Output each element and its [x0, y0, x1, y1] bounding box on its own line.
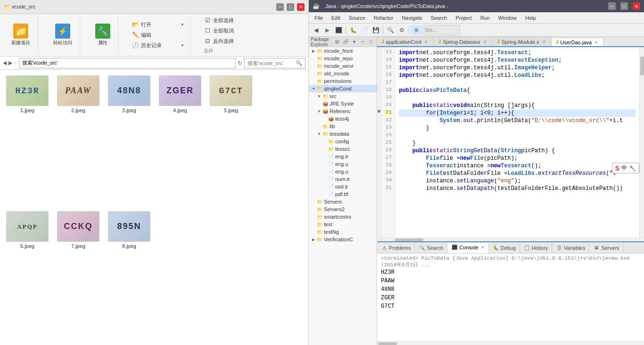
nav-maximize-btn[interactable]: □: [367, 38, 375, 46]
address-up-btn[interactable]: ↑: [14, 60, 17, 66]
tree-item-num[interactable]: 📄 num.tr: [309, 175, 377, 183]
tree-item-mcode-servi[interactable]: 📁 mcode_servi: [309, 62, 377, 70]
invert-select-btn[interactable]: ⊡ 反向选择: [202, 36, 258, 46]
tree-item-servers2[interactable]: 📁 Servers2: [309, 205, 377, 213]
maximize-btn[interactable]: □: [287, 3, 294, 11]
open-btn[interactable]: 📂 打开 ▼: [130, 20, 186, 29]
minimize-btn[interactable]: ─: [276, 3, 284, 11]
file-item-2[interactable]: PAAW 2.jpeg: [55, 74, 102, 205]
toolbar-run-btn[interactable]: ▶: [322, 25, 332, 35]
tab-problems[interactable]: ⚠ Problems: [377, 243, 415, 253]
tab-debug[interactable]: 🐛 Debug: [489, 243, 520, 253]
tree-item-tessdata[interactable]: ▼ 📁 tessdata: [309, 130, 377, 138]
history-btn[interactable]: 🕐 历史记录 ▼: [130, 41, 186, 50]
tree-item-tess4j[interactable]: 📦 tess4j: [309, 115, 377, 123]
ime-indicator[interactable]: S 中 🔧: [612, 163, 639, 173]
ime-settings[interactable]: 🔧: [629, 165, 636, 172]
menu-source[interactable]: Source: [345, 14, 369, 22]
file-item-6[interactable]: APQP 6.jpeg: [4, 209, 51, 341]
bottom-scrollbar[interactable]: [377, 341, 644, 345]
nav-minimize-btn[interactable]: ─: [359, 38, 366, 46]
scroll-thumb[interactable]: [640, 57, 644, 75]
toolbar-search-btn[interactable]: 🔍: [385, 25, 396, 35]
search-input[interactable]: [248, 60, 296, 66]
tree-item-pdf[interactable]: 📄 pdf.ttf: [309, 190, 377, 198]
toolbar-debug-btn[interactable]: 🐛: [348, 25, 358, 35]
tab-spring-datasour[interactable]: J Spring-Datasour ✕: [434, 37, 492, 46]
editor-hscrollbar[interactable]: [377, 238, 644, 241]
file-item-3[interactable]: 48N8 3.jpeg: [106, 74, 153, 205]
tree-item-eng-u1[interactable]: 📄 eng.u: [309, 160, 377, 168]
toolbar-new-btn[interactable]: 📄: [359, 25, 370, 35]
tab-search[interactable]: 🔍 Search: [415, 243, 447, 253]
tree-item-test[interactable]: 📁 test: [309, 221, 377, 228]
tab-spring-module[interactable]: J Spring-Module.x ✕: [493, 37, 551, 46]
open-dropdown[interactable]: ▼: [181, 23, 184, 27]
tree-item-eng-tr[interactable]: 📄 eng.tr: [309, 153, 377, 160]
file-item-4[interactable]: ZGER 4.jpeg: [157, 74, 204, 205]
tree-item-permissions[interactable]: 📁 permissions: [309, 77, 377, 85]
address-back-btn[interactable]: ◀: [3, 60, 7, 66]
tree-item-reference[interactable]: ▼ 📦 Referenc: [309, 107, 377, 115]
edit-btn[interactable]: ✏️ 编辑: [130, 30, 186, 40]
tree-item-config[interactable]: 📁 config: [309, 138, 377, 145]
toolbar-perspective-btn[interactable]: ⊞: [411, 25, 421, 35]
tab-close-applicationcont[interactable]: ✕: [423, 39, 429, 45]
bottom-scroll-thumb[interactable]: [378, 342, 397, 345]
toolbar-save-btn[interactable]: 💾: [371, 25, 381, 35]
toolbar-stop-btn[interactable]: ⬛: [333, 25, 344, 35]
tab-console[interactable]: ⬛ Console ✕: [447, 243, 488, 253]
menu-refactor[interactable]: Refactor: [370, 14, 397, 22]
editor-hscroll-thumb[interactable]: [395, 238, 423, 241]
file-item-1[interactable]: HZ3R 1.jpeg: [4, 74, 51, 205]
file-item-5[interactable]: G7CT 5.jpeg: [207, 74, 255, 205]
menu-file[interactable]: File: [311, 14, 327, 22]
address-input[interactable]: [19, 58, 236, 68]
tree-item-jre[interactable]: 📦 JRE Syste: [309, 100, 377, 107]
tree-item-servers[interactable]: 📁 Servers: [309, 198, 377, 205]
deselect-all-btn[interactable]: ☐ 全部取消: [202, 26, 258, 35]
tab-userdao[interactable]: J UserDao.java ✕: [552, 38, 603, 47]
menu-window[interactable]: Window: [495, 14, 520, 22]
new-folder-btn[interactable]: 📁 新建项目: [8, 22, 34, 48]
nav-link-btn[interactable]: 🔗: [342, 38, 349, 46]
tree-item-mcode-front[interactable]: ▶ 📁 mcode_front: [309, 47, 377, 55]
nav-menu-btn[interactable]: ▾: [350, 38, 358, 46]
easy-access-btn[interactable]: ⚡ 轻松访问: [50, 22, 76, 48]
eclipse-close-btn[interactable]: ✕: [633, 2, 640, 10]
code-area[interactable]: 13 14 15 16 17 18 19 20 21 22 23 24 25 2…: [377, 47, 644, 238]
tree-item-old-mcode[interactable]: 📁 old_mcode: [309, 70, 377, 77]
properties-btn[interactable]: 🔧 属性: [91, 22, 114, 48]
tree-item-tesscc[interactable]: 📁 tesscc: [309, 145, 377, 153]
tree-item-mcode-repo[interactable]: 📁 mcode_repo: [309, 55, 377, 62]
tree-item-smartcontro[interactable]: 📁 smartcontro: [309, 213, 377, 221]
tab-close-userdao[interactable]: ✕: [594, 40, 599, 45]
history-dropdown[interactable]: ▼: [181, 43, 184, 48]
address-refresh-btn[interactable]: ↻: [238, 60, 242, 66]
close-btn[interactable]: ✕: [297, 3, 305, 11]
tree-item-eng-u2[interactable]: 📄 eng.u: [309, 168, 377, 175]
nav-collapse-btn[interactable]: ⊟: [333, 38, 341, 46]
address-forward-btn[interactable]: ▶: [8, 60, 12, 66]
tree-item-src[interactable]: ▼ 📁 src: [309, 92, 377, 100]
file-item-7[interactable]: CCKQ 7.jpeg: [55, 209, 102, 341]
toolbar-back-btn[interactable]: ◀: [311, 25, 321, 35]
tab-applicationcont[interactable]: J applicationCont ✕: [377, 37, 433, 46]
tab-servers[interactable]: 🖥 Servers: [589, 243, 623, 253]
menu-project[interactable]: Project: [452, 14, 475, 22]
eclipse-minimize-btn[interactable]: ─: [608, 2, 616, 10]
menu-navigate[interactable]: Navigate: [398, 14, 426, 22]
tab-close-spring-module[interactable]: ✕: [541, 39, 547, 45]
scroll-indicator[interactable]: [639, 47, 644, 238]
select-all-btn[interactable]: ☑ 全部选择: [202, 16, 258, 25]
tree-item-lib[interactable]: 📁 lib: [309, 123, 377, 130]
tab-history[interactable]: 📋 History: [520, 243, 552, 253]
tab-variables[interactable]: {} Variables: [552, 243, 589, 253]
file-item-8[interactable]: 895N 8.jpeg: [106, 209, 153, 341]
menu-edit[interactable]: Edit: [328, 14, 344, 22]
tree-item-verificationc[interactable]: ▶ 📁 VerificationC: [309, 236, 377, 243]
toolbar-settings-btn[interactable]: ⚙: [396, 25, 407, 35]
tree-item-testng[interactable]: 📁 testNg: [309, 228, 377, 236]
tab-close-spring-datasour[interactable]: ✕: [482, 39, 488, 45]
tree-item-osd[interactable]: 📄 osd.tr: [309, 183, 377, 190]
